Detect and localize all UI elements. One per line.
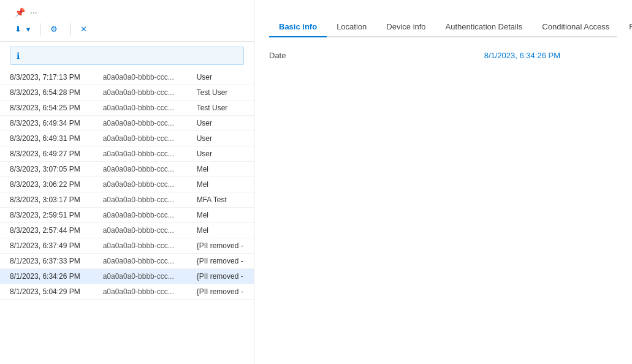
table-row[interactable]: 8/3/2023, 6:49:34 PM a0a0a0a0-bbbb-ccc..… [0, 116, 254, 131]
log-date: 8/1/2023, 6:37:49 PM [0, 238, 93, 254]
download-button[interactable]: ⬇ ▾ [10, 22, 35, 36]
detail-row: Date8/1/2023, 6:34:26 PM [269, 47, 617, 64]
log-date: 8/3/2023, 6:54:25 PM [0, 100, 93, 116]
troubleshoot-button[interactable]: ✕ [75, 22, 94, 36]
detail-title [269, 0, 617, 17]
detail-table: Date8/1/2023, 6:34:26 PM [269, 47, 617, 64]
log-id: a0a0a0a0-bbbb-ccc... [93, 208, 187, 223]
log-user: MFA Test [187, 192, 254, 208]
tab-location[interactable]: Location [327, 17, 376, 37]
log-user: {PII removed - [187, 238, 254, 254]
log-user: Mel [187, 162, 254, 177]
tab-basic-info[interactable]: Basic info [269, 17, 327, 37]
info-icon: ℹ [17, 51, 20, 61]
log-user: {PII removed - [187, 284, 254, 300]
log-id: a0a0a0a0-bbbb-ccc... [93, 177, 187, 192]
table-row[interactable]: 8/3/2023, 6:49:27 PM a0a0a0a0-bbbb-ccc..… [0, 146, 254, 162]
pin-icon[interactable]: 📌 [15, 7, 25, 17]
log-date: 8/3/2023, 2:57:44 PM [0, 223, 93, 238]
tab-device-info[interactable]: Device info [376, 17, 435, 37]
log-user: {PII removed - [187, 269, 254, 284]
log-user: Test User [187, 85, 254, 100]
log-date: 8/3/2023, 6:49:31 PM [0, 131, 93, 146]
table-row[interactable]: 8/1/2023, 6:34:26 PM a0a0a0a0-bbbb-ccc..… [0, 269, 254, 284]
detail-label: Date [269, 47, 484, 64]
log-id: a0a0a0a0-bbbb-ccc... [93, 100, 187, 116]
log-user: User [187, 131, 254, 146]
log-id: a0a0a0a0-bbbb-ccc... [93, 254, 187, 269]
log-date: 8/3/2023, 3:07:05 PM [0, 162, 93, 177]
table-row[interactable]: 8/3/2023, 6:54:25 PM a0a0a0a0-bbbb-ccc..… [0, 100, 254, 116]
tab-report-only[interactable]: Report-only [619, 17, 632, 37]
more-icon[interactable]: ··· [30, 7, 37, 17]
table-row[interactable]: 8/3/2023, 6:49:31 PM a0a0a0a0-bbbb-ccc..… [0, 131, 254, 146]
table-row[interactable]: 8/3/2023, 2:57:44 PM a0a0a0a0-bbbb-ccc..… [0, 223, 254, 238]
log-date: 8/1/2023, 6:34:26 PM [0, 269, 93, 284]
tab-conditional-access[interactable]: Conditional Access [532, 17, 619, 37]
log-id: a0a0a0a0-bbbb-ccc... [93, 238, 187, 254]
table-row[interactable]: 8/3/2023, 7:17:13 PM a0a0a0a0-bbbb-ccc..… [0, 70, 254, 85]
table-row[interactable]: 8/3/2023, 3:07:05 PM a0a0a0a0-bbbb-ccc..… [0, 162, 254, 177]
log-table: 8/3/2023, 7:17:13 PM a0a0a0a0-bbbb-ccc..… [0, 70, 254, 300]
table-row[interactable]: 8/1/2023, 5:04:29 PM a0a0a0a0-bbbb-ccc..… [0, 284, 254, 300]
toolbar-separator-2 [70, 23, 70, 36]
table-row[interactable]: 8/3/2023, 3:06:22 PM a0a0a0a0-bbbb-ccc..… [0, 177, 254, 192]
log-id: a0a0a0a0-bbbb-ccc... [93, 85, 187, 100]
log-id: a0a0a0a0-bbbb-ccc... [93, 116, 187, 131]
info-banner[interactable]: ℹ [10, 47, 244, 65]
export-icon: ⚙ [50, 25, 58, 34]
log-user: User [187, 70, 254, 85]
table-row[interactable]: 8/1/2023, 6:37:33 PM a0a0a0a0-bbbb-ccc..… [0, 254, 254, 269]
log-id: a0a0a0a0-bbbb-ccc... [93, 162, 187, 177]
table-row[interactable]: 8/3/2023, 6:54:28 PM a0a0a0a0-bbbb-ccc..… [0, 85, 254, 100]
log-user: User [187, 146, 254, 162]
log-id: a0a0a0a0-bbbb-ccc... [93, 284, 187, 300]
log-user: Mel [187, 177, 254, 192]
export-data-button[interactable]: ⚙ [45, 22, 65, 36]
toolbar-separator-1 [40, 23, 40, 36]
log-id: a0a0a0a0-bbbb-ccc... [93, 70, 187, 85]
tabs: Basic infoLocationDevice infoAuthenticat… [269, 17, 617, 37]
log-date: 8/3/2023, 6:49:34 PM [0, 116, 93, 131]
log-date: 8/3/2023, 3:03:17 PM [0, 192, 93, 208]
log-id: a0a0a0a0-bbbb-ccc... [93, 131, 187, 146]
log-user: User [187, 116, 254, 131]
log-date: 8/3/2023, 3:06:22 PM [0, 177, 93, 192]
log-date: 8/3/2023, 2:59:51 PM [0, 208, 93, 223]
log-id: a0a0a0a0-bbbb-ccc... [93, 146, 187, 162]
detail-value: 8/1/2023, 6:34:26 PM [484, 47, 617, 64]
log-id: a0a0a0a0-bbbb-ccc... [93, 223, 187, 238]
left-header: 📌 ··· [0, 0, 254, 17]
toolbar: ⬇ ▾ ⚙ ✕ [0, 17, 254, 42]
chevron-down-icon: ▾ [26, 25, 30, 34]
log-user: {PII removed - [187, 254, 254, 269]
download-icon: ⬇ [15, 25, 21, 34]
troubleshoot-icon: ✕ [80, 25, 87, 34]
log-id: a0a0a0a0-bbbb-ccc... [93, 269, 187, 284]
log-user: Mel [187, 223, 254, 238]
log-date: 8/1/2023, 6:37:33 PM [0, 254, 93, 269]
log-scroll-container[interactable]: 8/3/2023, 7:17:13 PM a0a0a0a0-bbbb-ccc..… [0, 70, 254, 364]
log-date: 8/1/2023, 5:04:29 PM [0, 284, 93, 300]
table-row[interactable]: 8/3/2023, 3:03:17 PM a0a0a0a0-bbbb-ccc..… [0, 192, 254, 208]
right-panel: Basic infoLocationDevice infoAuthenticat… [254, 0, 632, 364]
log-date: 8/3/2023, 6:54:28 PM [0, 85, 93, 100]
log-user: Test User [187, 100, 254, 116]
log-user: Mel [187, 208, 254, 223]
log-date: 8/3/2023, 6:49:27 PM [0, 146, 93, 162]
left-panel: 📌 ··· ⬇ ▾ ⚙ ✕ ℹ 8/3/2023, 7:17:13 PM a0a… [0, 0, 254, 364]
table-row[interactable]: 8/1/2023, 6:37:49 PM a0a0a0a0-bbbb-ccc..… [0, 238, 254, 254]
log-date: 8/3/2023, 7:17:13 PM [0, 70, 93, 85]
log-id: a0a0a0a0-bbbb-ccc... [93, 192, 187, 208]
tab-auth-details[interactable]: Authentication Details [436, 17, 533, 37]
table-row[interactable]: 8/3/2023, 2:59:51 PM a0a0a0a0-bbbb-ccc..… [0, 208, 254, 223]
